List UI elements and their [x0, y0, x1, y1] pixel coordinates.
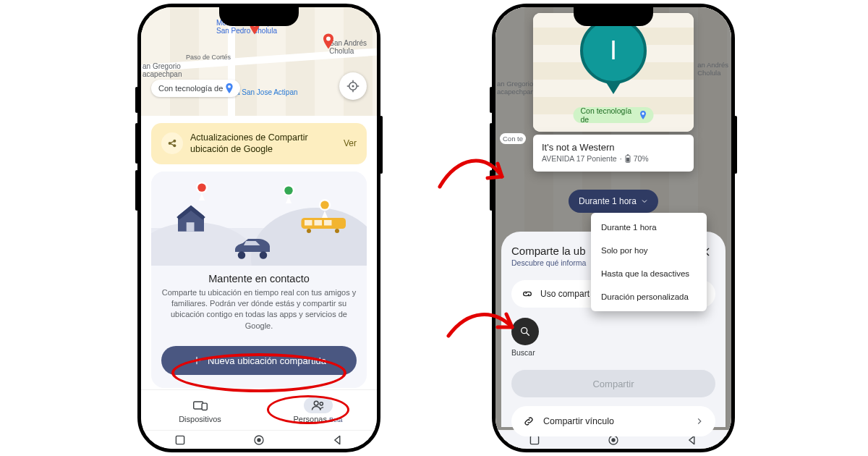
plus-icon: [192, 355, 202, 366]
chip-peek: Con te: [500, 133, 526, 144]
svg-point-5: [228, 85, 231, 88]
screen-left: Mercado municipal San Pedro Cholula San …: [141, 7, 377, 449]
share-link-label: Compartir vínculo: [543, 416, 614, 426]
tab-label: Personas: [294, 415, 327, 423]
phone-notch: [219, 7, 299, 26]
svg-point-30: [257, 438, 260, 442]
duration-option-until[interactable]: Hasta que la desactives: [591, 262, 707, 285]
powered-by-label: Con tecnología de: [581, 106, 637, 124]
person-battery: 70%: [634, 154, 649, 163]
phone-right: an Andrés Cholula an Gregorio acapechpan…: [492, 4, 735, 452]
beta-badge: Beta: [329, 416, 343, 423]
link-icon: [523, 415, 535, 427]
chevron-right-icon: [695, 417, 704, 426]
svg-rect-25: [202, 403, 207, 410]
map-label-gregorio: an Gregorio acapechpan: [497, 80, 535, 96]
phone-side-button: [135, 123, 138, 164]
svg-point-38: [522, 328, 527, 334]
svg-point-17: [335, 229, 339, 233]
pin-icon: [281, 185, 296, 203]
svg-point-19: [197, 183, 205, 191]
location-share-icon: [161, 132, 183, 154]
share-button-disabled: Compartir: [511, 370, 715, 397]
svg-point-10: [238, 251, 246, 259]
chevron-down-icon: [641, 198, 648, 205]
phone-side-button: [135, 87, 138, 113]
updates-banner[interactable]: Actualizaciones de Compartir ubicación d…: [151, 123, 367, 164]
search-button[interactable]: [511, 318, 539, 345]
phone-side-button: [490, 87, 493, 113]
person-info-card: It's not a Western AVENIDA 17 Poniente ·…: [533, 135, 694, 172]
search-label: Buscar: [511, 348, 535, 357]
svg-rect-33: [626, 154, 628, 156]
phone-side-button: [490, 170, 493, 211]
battery-icon: [625, 154, 631, 163]
nav-back-icon[interactable]: [333, 435, 343, 445]
tab-people[interactable]: PersonasBeta: [259, 390, 377, 430]
duration-option-custom[interactable]: Duración personalizada: [591, 285, 707, 308]
search-contact[interactable]: Buscar: [511, 318, 715, 357]
svg-rect-9: [187, 222, 195, 232]
svg-point-11: [260, 251, 268, 259]
avatar-initial: I: [610, 35, 617, 66]
card-description: Comparte tu ubicación en tiempo real con…: [151, 287, 367, 342]
devices-icon: [186, 397, 215, 413]
tab-label: Dispositivos: [179, 415, 221, 423]
phone-left: Mercado municipal San Pedro Cholula San …: [137, 4, 380, 452]
person-meta: AVENIDA 17 Poniente · 70%: [542, 154, 685, 163]
tab-devices[interactable]: Dispositivos: [141, 390, 259, 430]
duration-chip[interactable]: Durante 1 hora: [569, 190, 658, 213]
svg-rect-39: [530, 436, 538, 444]
powered-by-chip: Con tecnología de: [151, 80, 240, 97]
nav-home-icon[interactable]: [253, 434, 265, 446]
banner-see-link[interactable]: Ver: [344, 138, 357, 148]
svg-rect-14: [315, 220, 323, 226]
map-label-gregorio: an Gregorio acapechpan: [142, 62, 182, 78]
pin-icon: [195, 182, 209, 200]
map-label-andres: San Andrés Cholula: [329, 39, 367, 55]
svg-point-4: [352, 85, 354, 88]
svg-point-31: [642, 112, 644, 114]
stay-in-touch-card: Mantente en contacto Comparte tu ubicaci…: [151, 172, 367, 389]
search-icon: [519, 326, 531, 337]
people-icon: [304, 397, 333, 413]
svg-point-41: [611, 438, 615, 442]
locate-icon: [346, 80, 359, 93]
phone-side-button: [135, 170, 138, 211]
shared-usage-label: Uso compart: [540, 289, 590, 299]
powered-by-chip: Con tecnología de: [574, 107, 654, 123]
phone-notch: [574, 7, 653, 26]
nav-recent-icon[interactable]: [175, 435, 185, 445]
svg-point-23: [320, 200, 328, 208]
duration-option-today[interactable]: Solo por hoy: [591, 239, 707, 262]
svg-point-21: [284, 186, 292, 194]
tutorial-comparison: Mercado municipal San Pedro Cholula San …: [0, 0, 868, 456]
svg-point-16: [307, 229, 311, 233]
person-name: It's not a Western: [542, 142, 685, 153]
bottom-tab-bar: Dispositivos PersonasBeta: [141, 389, 377, 430]
svg-rect-28: [176, 436, 184, 444]
cta-label: Nueva ubicación compartida: [208, 355, 326, 366]
screen-right: an Andrés Cholula an Gregorio acapechpan…: [495, 7, 731, 449]
svg-rect-13: [305, 220, 312, 226]
recenter-button[interactable]: [339, 72, 367, 100]
duration-option-1h[interactable]: Durante 1 hora: [591, 216, 707, 239]
duration-label: Durante 1 hora: [579, 196, 637, 206]
share-link-row[interactable]: Compartir vínculo: [511, 406, 715, 436]
pin-icon: [318, 199, 332, 218]
avatar-pin-tail: [606, 83, 621, 94]
new-shared-location-button[interactable]: Nueva ubicación compartida: [161, 346, 357, 375]
google-pin-icon: [226, 83, 233, 93]
svg-point-27: [320, 402, 323, 405]
svg-rect-34: [626, 158, 629, 162]
powered-by-label: Con tecnología de: [158, 84, 223, 93]
banner-text: Actualizaciones de Compartir ubicación d…: [190, 132, 336, 156]
map-pin-icon: [323, 33, 333, 49]
phone-side-button: [490, 123, 493, 164]
android-nav-bar: [141, 430, 377, 449]
illustration: [151, 172, 367, 266]
google-pin-icon: [640, 111, 647, 119]
phone-side-button: [734, 116, 737, 174]
content-area[interactable]: Actualizaciones de Compartir ubicación d…: [141, 116, 377, 407]
person-location-card: I Con tecnología de: [533, 13, 694, 132]
